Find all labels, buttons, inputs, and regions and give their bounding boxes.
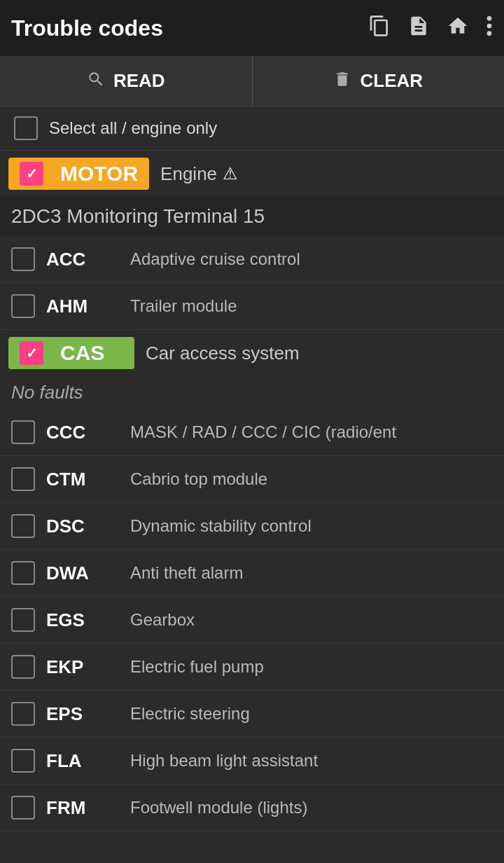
- select-all-checkbox[interactable]: [14, 116, 38, 140]
- motor-module-header[interactable]: MOTOR Engine ⚠: [0, 151, 504, 197]
- header-icons: [368, 15, 493, 42]
- system-item-ekp[interactable]: EKP Electric fuel pump: [0, 644, 504, 691]
- home-icon[interactable]: [447, 15, 469, 42]
- read-button[interactable]: READ: [0, 56, 253, 106]
- cas-module-name: Car access system: [146, 343, 300, 364]
- select-all-label: Select all / engine only: [49, 118, 217, 138]
- system-item-eps[interactable]: EPS Electric steering: [0, 691, 504, 738]
- clear-label: CLEAR: [360, 70, 423, 92]
- page-title: Trouble codes: [11, 15, 368, 41]
- dwa-code: DWA: [46, 562, 130, 584]
- ccc-code: CCC: [46, 422, 130, 443]
- system-item-ahm[interactable]: AHM Trailer module: [0, 283, 504, 330]
- read-label: READ: [113, 70, 165, 92]
- ahm-checkbox[interactable]: [11, 294, 35, 318]
- cas-tag-label: CAS: [60, 341, 104, 365]
- ctm-checkbox[interactable]: [11, 467, 35, 491]
- system-item-dsc[interactable]: DSC Dynamic stability control: [0, 503, 504, 550]
- acc-checkbox[interactable]: [11, 247, 35, 271]
- motor-module-tag[interactable]: MOTOR: [8, 158, 149, 190]
- dsc-desc: Dynamic stability control: [130, 516, 493, 536]
- warning-icon: ⚠: [223, 164, 238, 184]
- eps-desc: Electric steering: [130, 704, 493, 724]
- dwa-checkbox[interactable]: [11, 561, 35, 585]
- ekp-checkbox[interactable]: [11, 655, 35, 679]
- action-bar: READ CLEAR: [0, 56, 504, 106]
- system-item-ccc[interactable]: CCC MASK / RAD / CCC / CIC (radio/ent: [0, 409, 504, 456]
- system-item-fla[interactable]: FLA High beam light assistant: [0, 738, 504, 785]
- no-faults: No faults: [0, 376, 504, 409]
- eps-code: EPS: [46, 703, 130, 725]
- egs-desc: Gearbox: [130, 610, 493, 630]
- file-icon[interactable]: [407, 15, 430, 42]
- cas-checkbox[interactable]: [20, 341, 43, 365]
- search-icon: [87, 70, 105, 92]
- system-item-frm[interactable]: FRM Footwell module (lights): [0, 785, 504, 831]
- select-all-row[interactable]: Select all / engine only: [0, 106, 504, 151]
- clear-button[interactable]: CLEAR: [253, 56, 505, 106]
- acc-desc: Adaptive cruise control: [130, 249, 493, 269]
- ccc-desc: MASK / RAD / CCC / CIC (radio/ent: [130, 422, 493, 442]
- ekp-desc: Electric fuel pump: [130, 657, 493, 677]
- ctm-desc: Cabrio top module: [130, 469, 493, 489]
- system-item-dwa[interactable]: DWA Anti theft alarm: [0, 550, 504, 597]
- fla-code: FLA: [46, 750, 130, 772]
- ekp-code: EKP: [46, 656, 130, 678]
- motor-tag-label: MOTOR: [60, 162, 138, 186]
- app-header: Trouble codes: [0, 0, 504, 56]
- copy-icon[interactable]: [368, 15, 391, 42]
- dsc-checkbox[interactable]: [11, 514, 35, 538]
- svg-point-1: [487, 23, 492, 28]
- egs-checkbox[interactable]: [11, 608, 35, 632]
- system-item-ctm[interactable]: CTM Cabrio top module: [0, 456, 504, 503]
- eps-checkbox[interactable]: [11, 702, 35, 726]
- cas-module-header[interactable]: CAS Car access system: [0, 330, 504, 376]
- dsc-code: DSC: [46, 516, 130, 537]
- dwa-desc: Anti theft alarm: [130, 563, 493, 583]
- fla-checkbox[interactable]: [11, 749, 35, 773]
- system-item-egs[interactable]: EGS Gearbox: [0, 597, 504, 644]
- delete-icon: [333, 70, 351, 92]
- ctm-code: CTM: [46, 469, 130, 490]
- subsection-title: 2DC3 Monitoring Terminal 15: [0, 197, 504, 236]
- frm-desc: Footwell module (lights): [130, 798, 493, 817]
- system-item-acc[interactable]: ACC Adaptive cruise control: [0, 236, 504, 283]
- frm-checkbox[interactable]: [11, 796, 35, 820]
- ccc-checkbox[interactable]: [11, 420, 35, 444]
- svg-point-2: [487, 31, 492, 36]
- motor-checkbox[interactable]: [20, 162, 43, 186]
- more-icon[interactable]: [486, 15, 493, 42]
- fla-desc: High beam light assistant: [130, 751, 493, 771]
- svg-point-0: [487, 16, 492, 21]
- ahm-code: AHM: [46, 296, 130, 317]
- acc-code: ACC: [46, 249, 130, 270]
- motor-module-name: Engine: [160, 163, 217, 185]
- ahm-desc: Trailer module: [130, 296, 493, 316]
- frm-code: FRM: [46, 797, 130, 819]
- cas-module-tag[interactable]: CAS: [8, 337, 134, 369]
- egs-code: EGS: [46, 609, 130, 631]
